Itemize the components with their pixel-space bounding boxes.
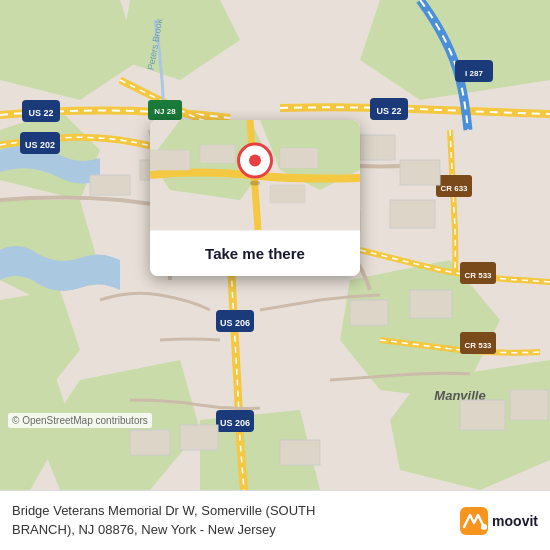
location-popup: Take me there — [150, 120, 360, 276]
moovit-label: moovit — [492, 513, 538, 529]
svg-text:CR 533: CR 533 — [464, 271, 492, 280]
map-container: US 22 US 22 NJ 28 US 202 I 287 US 206 US… — [0, 0, 550, 490]
svg-rect-57 — [270, 185, 305, 203]
osm-attribution: © OpenStreetMap contributors — [8, 413, 152, 428]
svg-rect-55 — [200, 145, 235, 163]
svg-text:CR 533: CR 533 — [464, 341, 492, 350]
moovit-icon — [460, 507, 488, 535]
popup-map-preview — [150, 120, 360, 230]
take-me-there-button[interactable]: Take me there — [150, 230, 360, 276]
svg-text:I 287: I 287 — [465, 69, 483, 78]
svg-point-59 — [481, 524, 487, 530]
svg-text:US 206: US 206 — [220, 418, 250, 428]
svg-text:US 206: US 206 — [220, 318, 250, 328]
location-pin — [237, 143, 273, 179]
moovit-logo: moovit — [460, 507, 538, 535]
svg-text:US 22: US 22 — [376, 106, 401, 116]
svg-rect-54 — [150, 150, 190, 170]
svg-text:US 202: US 202 — [25, 140, 55, 150]
svg-text:CR 633: CR 633 — [440, 184, 468, 193]
bottom-bar: Bridge Veterans Memorial Dr W, Somervill… — [0, 490, 550, 550]
svg-text:NJ 28: NJ 28 — [154, 107, 176, 116]
svg-rect-44 — [350, 300, 388, 325]
svg-rect-50 — [280, 440, 320, 465]
address-container: Bridge Veterans Memorial Dr W, Somervill… — [12, 502, 460, 538]
svg-rect-39 — [90, 175, 130, 195]
attribution-text: © OpenStreetMap contributors — [12, 415, 148, 426]
svg-rect-37 — [360, 135, 395, 160]
svg-rect-48 — [130, 430, 170, 455]
svg-rect-45 — [410, 290, 452, 318]
svg-rect-46 — [460, 400, 505, 430]
address-line2: BRANCH), NJ 08876, New York - New Jersey — [12, 521, 460, 539]
svg-rect-49 — [180, 425, 218, 450]
svg-rect-47 — [510, 390, 548, 420]
address-line1: Bridge Veterans Memorial Dr W, Somervill… — [12, 502, 460, 520]
svg-rect-56 — [280, 148, 318, 168]
svg-text:US 22: US 22 — [28, 108, 53, 118]
svg-rect-42 — [390, 200, 435, 228]
svg-rect-41 — [400, 160, 440, 185]
